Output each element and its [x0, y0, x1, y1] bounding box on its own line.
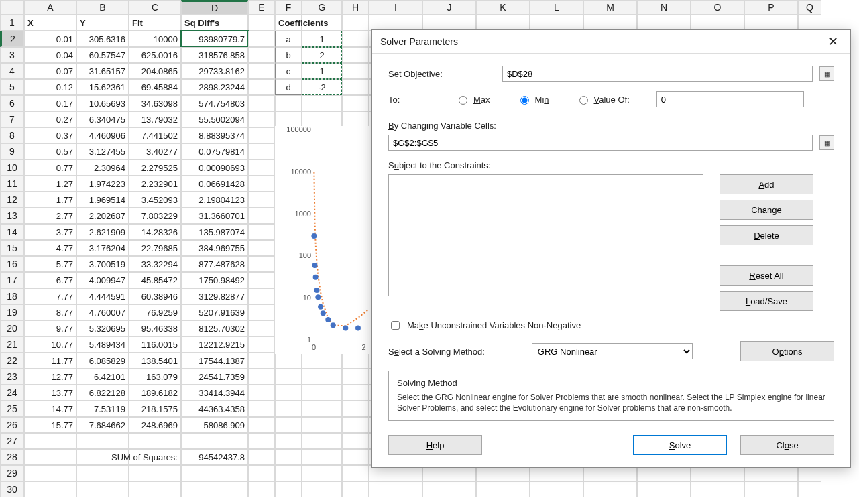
cell-F2[interactable]: a: [275, 31, 302, 47]
row-header-20[interactable]: 20: [0, 320, 24, 336]
cell-D11[interactable]: 0.06691428: [181, 176, 248, 192]
cell-F23[interactable]: [275, 369, 302, 385]
row-header-2[interactable]: 2: [0, 31, 24, 47]
cell-C15[interactable]: 22.79685: [129, 240, 181, 256]
cell-B6[interactable]: 10.65693: [76, 95, 129, 111]
cell-B5[interactable]: 15.62361: [76, 79, 129, 95]
cell-B9[interactable]: 3.127455: [76, 143, 129, 160]
delete-button[interactable]: Delete: [720, 225, 813, 245]
col-header-F[interactable]: F: [275, 0, 302, 15]
cell-F1[interactable]: Coefficients: [275, 15, 302, 31]
cell-F4[interactable]: c: [275, 63, 302, 79]
cell-B14[interactable]: 2.621909: [76, 224, 129, 240]
close-icon[interactable]: ✕: [824, 34, 842, 49]
cell-E22[interactable]: [248, 353, 275, 369]
cell-F3[interactable]: b: [275, 47, 302, 63]
cell-J1[interactable]: [422, 15, 476, 31]
cell-C2[interactable]: 10000: [129, 31, 181, 47]
cell-D25[interactable]: 44363.4358: [181, 401, 248, 417]
cell-C8[interactable]: 7.441502: [129, 127, 181, 143]
cell-E21[interactable]: [248, 336, 275, 353]
cell-D22[interactable]: 17544.1387: [181, 353, 248, 369]
solve-button[interactable]: Solve: [633, 435, 727, 455]
cell-H26[interactable]: [342, 417, 369, 433]
cell-B11[interactable]: 1.974223: [76, 176, 129, 192]
cell-A17[interactable]: 6.77: [24, 272, 76, 288]
cell-G2[interactable]: 1: [302, 31, 342, 47]
cell-A5[interactable]: 0.12: [24, 79, 76, 95]
cell-A12[interactable]: 1.77: [24, 192, 76, 208]
cell-N30[interactable]: [637, 481, 691, 497]
cell-C9[interactable]: 3.40277: [129, 143, 181, 160]
cell-C16[interactable]: 33.32294: [129, 256, 181, 272]
col-header-E[interactable]: E: [248, 0, 275, 15]
cell-E28[interactable]: [248, 449, 275, 465]
objective-ref-icon[interactable]: ▦: [819, 66, 834, 81]
cell-A2[interactable]: 0.01: [24, 31, 76, 47]
cell-E19[interactable]: [248, 304, 275, 320]
cell-A19[interactable]: 8.77: [24, 304, 76, 320]
cell-B1[interactable]: Y: [76, 15, 129, 31]
cell-E27[interactable]: [248, 433, 275, 449]
row-header-7[interactable]: 7: [0, 111, 24, 127]
cell-D2[interactable]: 93980779.7: [181, 31, 248, 47]
row-header-15[interactable]: 15: [0, 240, 24, 256]
cell-C13[interactable]: 7.803229: [129, 208, 181, 224]
cell-B17[interactable]: 4.009947: [76, 272, 129, 288]
reset-all-button[interactable]: Reset All: [720, 265, 813, 286]
cell-G5[interactable]: -2: [302, 79, 342, 95]
cell-B15[interactable]: 3.176204: [76, 240, 129, 256]
row-header-19[interactable]: 19: [0, 304, 24, 320]
cell-D19[interactable]: 5207.91639: [181, 304, 248, 320]
cell-E25[interactable]: [248, 401, 275, 417]
cell-E8[interactable]: [248, 127, 275, 143]
cell-G30[interactable]: [302, 481, 342, 497]
cell-D9[interactable]: 0.07579814: [181, 143, 248, 160]
cell-F24[interactable]: [275, 385, 302, 401]
cell-A3[interactable]: 0.04: [24, 47, 76, 63]
cell-D20[interactable]: 8125.70302: [181, 320, 248, 336]
cell-C22[interactable]: 138.5401: [129, 353, 181, 369]
cell-B12[interactable]: 1.969514: [76, 192, 129, 208]
cell-D21[interactable]: 12212.9215: [181, 336, 248, 353]
cell-B7[interactable]: 6.340475: [76, 111, 129, 127]
cell-D30[interactable]: [181, 481, 248, 497]
cell-B23[interactable]: 6.42101: [76, 369, 129, 385]
cell-A21[interactable]: 10.77: [24, 336, 76, 353]
cell-E18[interactable]: [248, 288, 275, 304]
cell-E30[interactable]: [248, 481, 275, 497]
row-header-13[interactable]: 13: [0, 208, 24, 224]
cell-I30[interactable]: [369, 481, 422, 497]
cell-A16[interactable]: 5.77: [24, 256, 76, 272]
cell-A28[interactable]: [24, 449, 76, 465]
cell-D15[interactable]: 384.969755: [181, 240, 248, 256]
cell-C5[interactable]: 69.45884: [129, 79, 181, 95]
solving-method-select[interactable]: GRG NonlinearSimplex LPEvolutionary: [532, 343, 693, 359]
cell-H27[interactable]: [342, 433, 369, 449]
cell-F30[interactable]: [275, 481, 302, 497]
cell-H3[interactable]: [342, 47, 369, 63]
col-header-G[interactable]: G: [302, 0, 342, 15]
cell-D17[interactable]: 1750.98492: [181, 272, 248, 288]
row-header-30[interactable]: 30: [0, 481, 24, 497]
cell-K30[interactable]: [476, 481, 530, 497]
cell-H4[interactable]: [342, 63, 369, 79]
col-header-C[interactable]: C: [129, 0, 181, 15]
cell-B20[interactable]: 5.320695: [76, 320, 129, 336]
cell-D28[interactable]: 94542437.8: [181, 449, 248, 465]
cell-C12[interactable]: 3.452093: [129, 192, 181, 208]
cell-H25[interactable]: [342, 401, 369, 417]
cell-D6[interactable]: 574.754803: [181, 95, 248, 111]
load-save-button[interactable]: Load/Save: [720, 291, 813, 311]
cell-H24[interactable]: [342, 385, 369, 401]
cell-C6[interactable]: 34.63098: [129, 95, 181, 111]
cell-E7[interactable]: [248, 111, 275, 127]
cell-P1[interactable]: [744, 15, 798, 31]
col-header-D[interactable]: D: [181, 0, 248, 15]
cell-K1[interactable]: [476, 15, 530, 31]
cell-C19[interactable]: 76.9259: [129, 304, 181, 320]
cell-B22[interactable]: 6.085829: [76, 353, 129, 369]
row-header-9[interactable]: 9: [0, 143, 24, 160]
row-header-21[interactable]: 21: [0, 336, 24, 353]
cell-F25[interactable]: [275, 401, 302, 417]
